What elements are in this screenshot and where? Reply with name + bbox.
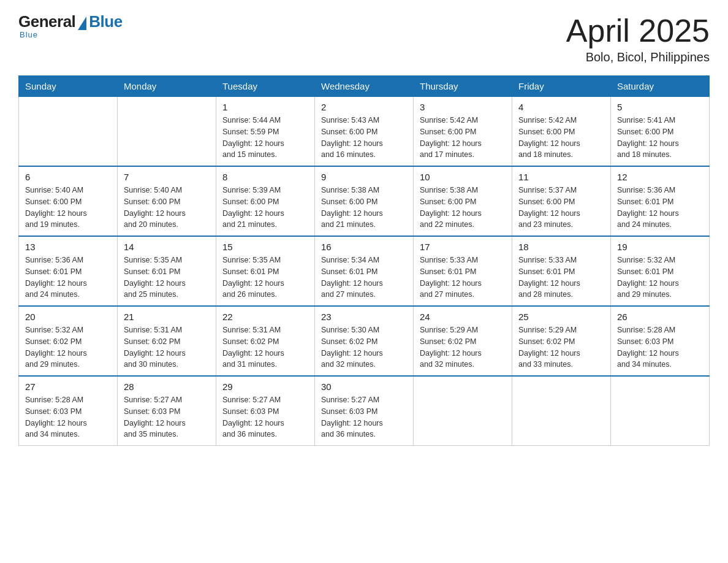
calendar-day-cell: 15Sunrise: 5:35 AM Sunset: 6:01 PM Dayli… [216,236,315,306]
calendar-day-cell: 24Sunrise: 5:29 AM Sunset: 6:02 PM Dayli… [414,306,512,376]
calendar-week-row: 13Sunrise: 5:36 AM Sunset: 6:01 PM Dayli… [19,236,710,306]
day-number: 16 [321,242,407,252]
calendar-week-row: 6Sunrise: 5:40 AM Sunset: 6:00 PM Daylig… [19,166,710,236]
day-number: 29 [222,381,308,392]
calendar-header-wednesday: Wednesday [315,76,414,97]
calendar-day-cell: 19Sunrise: 5:32 AM Sunset: 6:01 PM Dayli… [611,236,710,306]
calendar-day-cell [512,376,611,446]
day-number: 12 [617,172,703,182]
calendar-week-row: 27Sunrise: 5:28 AM Sunset: 6:03 PM Dayli… [19,376,710,446]
calendar-day-cell: 8Sunrise: 5:39 AM Sunset: 6:00 PM Daylig… [216,166,315,236]
logo-underline-text: Blue [20,30,38,39]
calendar-day-cell: 6Sunrise: 5:40 AM Sunset: 6:00 PM Daylig… [19,166,118,236]
calendar-header-friday: Friday [512,76,611,97]
calendar-day-cell: 20Sunrise: 5:32 AM Sunset: 6:02 PM Dayli… [19,306,118,376]
day-number: 19 [617,242,703,252]
calendar-week-row: 20Sunrise: 5:32 AM Sunset: 6:02 PM Dayli… [19,306,710,376]
calendar-subtitle: Bolo, Bicol, Philippines [566,50,710,64]
day-info: Sunrise: 5:33 AM Sunset: 6:01 PM Dayligh… [420,255,506,301]
calendar-day-cell: 17Sunrise: 5:33 AM Sunset: 6:01 PM Dayli… [414,236,512,306]
day-info: Sunrise: 5:36 AM Sunset: 6:01 PM Dayligh… [617,185,703,231]
day-info: Sunrise: 5:40 AM Sunset: 6:00 PM Dayligh… [124,185,210,231]
calendar-week-row: 1Sunrise: 5:44 AM Sunset: 5:59 PM Daylig… [19,97,710,167]
day-number: 26 [617,312,703,322]
calendar-day-cell [19,97,118,167]
day-info: Sunrise: 5:42 AM Sunset: 6:00 PM Dayligh… [518,115,604,161]
day-info: Sunrise: 5:31 AM Sunset: 6:02 PM Dayligh… [222,324,308,370]
day-number: 1 [222,102,308,112]
day-number: 25 [518,312,604,322]
day-number: 22 [222,312,308,322]
calendar-day-cell: 9Sunrise: 5:38 AM Sunset: 6:00 PM Daylig… [315,166,414,236]
calendar-day-cell [118,97,216,167]
day-info: Sunrise: 5:34 AM Sunset: 6:01 PM Dayligh… [321,255,407,301]
day-info: Sunrise: 5:27 AM Sunset: 6:03 PM Dayligh… [124,394,210,440]
calendar-day-cell: 7Sunrise: 5:40 AM Sunset: 6:00 PM Daylig… [118,166,216,236]
day-info: Sunrise: 5:29 AM Sunset: 6:02 PM Dayligh… [518,324,604,370]
day-info: Sunrise: 5:37 AM Sunset: 6:00 PM Dayligh… [518,185,604,231]
day-number: 30 [321,381,407,392]
logo-blue-text: Blue [89,12,122,31]
day-info: Sunrise: 5:32 AM Sunset: 6:02 PM Dayligh… [25,324,111,370]
calendar-day-cell: 30Sunrise: 5:27 AM Sunset: 6:03 PM Dayli… [315,376,414,446]
day-number: 17 [420,242,506,252]
calendar-day-cell: 13Sunrise: 5:36 AM Sunset: 6:01 PM Dayli… [19,236,118,306]
day-info: Sunrise: 5:38 AM Sunset: 6:00 PM Dayligh… [321,185,407,231]
calendar-day-cell: 23Sunrise: 5:30 AM Sunset: 6:02 PM Dayli… [315,306,414,376]
calendar-day-cell: 25Sunrise: 5:29 AM Sunset: 6:02 PM Dayli… [512,306,611,376]
day-info: Sunrise: 5:36 AM Sunset: 6:01 PM Dayligh… [25,255,111,301]
day-number: 6 [25,172,111,182]
title-block: April 2025 Bolo, Bicol, Philippines [566,12,710,64]
day-number: 15 [222,242,308,252]
calendar-day-cell: 2Sunrise: 5:43 AM Sunset: 6:00 PM Daylig… [315,97,414,167]
calendar-day-cell: 16Sunrise: 5:34 AM Sunset: 6:01 PM Dayli… [315,236,414,306]
calendar-day-cell: 5Sunrise: 5:41 AM Sunset: 6:00 PM Daylig… [611,97,710,167]
calendar-day-cell: 18Sunrise: 5:33 AM Sunset: 6:01 PM Dayli… [512,236,611,306]
day-number: 3 [420,102,506,112]
logo-general-text: General [18,12,75,31]
day-info: Sunrise: 5:32 AM Sunset: 6:01 PM Dayligh… [617,255,703,301]
calendar-header-tuesday: Tuesday [216,76,315,97]
calendar-table: SundayMondayTuesdayWednesdayThursdayFrid… [18,75,710,446]
day-info: Sunrise: 5:29 AM Sunset: 6:02 PM Dayligh… [420,324,506,370]
calendar-day-cell: 12Sunrise: 5:36 AM Sunset: 6:01 PM Dayli… [611,166,710,236]
day-number: 21 [124,312,210,322]
calendar-header-saturday: Saturday [611,76,710,97]
calendar-day-cell: 29Sunrise: 5:27 AM Sunset: 6:03 PM Dayli… [216,376,315,446]
day-number: 10 [420,172,506,182]
day-number: 20 [25,312,111,322]
day-number: 27 [25,381,111,392]
day-number: 14 [124,242,210,252]
day-info: Sunrise: 5:43 AM Sunset: 6:00 PM Dayligh… [321,115,407,161]
day-number: 4 [518,102,604,112]
calendar-day-cell: 22Sunrise: 5:31 AM Sunset: 6:02 PM Dayli… [216,306,315,376]
calendar-header-thursday: Thursday [414,76,512,97]
calendar-day-cell: 1Sunrise: 5:44 AM Sunset: 5:59 PM Daylig… [216,97,315,167]
day-info: Sunrise: 5:38 AM Sunset: 6:00 PM Dayligh… [420,185,506,231]
day-number: 8 [222,172,308,182]
calendar-day-cell: 26Sunrise: 5:28 AM Sunset: 6:03 PM Dayli… [611,306,710,376]
calendar-title: April 2025 [566,12,710,49]
logo: General Blue Blue [18,12,123,39]
calendar-day-cell: 11Sunrise: 5:37 AM Sunset: 6:00 PM Dayli… [512,166,611,236]
day-info: Sunrise: 5:44 AM Sunset: 5:59 PM Dayligh… [222,115,308,161]
day-number: 2 [321,102,407,112]
calendar-day-cell [611,376,710,446]
day-info: Sunrise: 5:35 AM Sunset: 6:01 PM Dayligh… [124,255,210,301]
day-info: Sunrise: 5:40 AM Sunset: 6:00 PM Dayligh… [25,185,111,231]
day-number: 9 [321,172,407,182]
day-info: Sunrise: 5:42 AM Sunset: 6:00 PM Dayligh… [420,115,506,161]
day-number: 28 [124,381,210,392]
logo-triangle-icon [78,17,86,30]
calendar-header-sunday: Sunday [19,76,118,97]
calendar-day-cell: 10Sunrise: 5:38 AM Sunset: 6:00 PM Dayli… [414,166,512,236]
day-info: Sunrise: 5:27 AM Sunset: 6:03 PM Dayligh… [321,394,407,440]
day-number: 11 [518,172,604,182]
calendar-day-cell [414,376,512,446]
day-info: Sunrise: 5:31 AM Sunset: 6:02 PM Dayligh… [124,324,210,370]
calendar-day-cell: 3Sunrise: 5:42 AM Sunset: 6:00 PM Daylig… [414,97,512,167]
day-info: Sunrise: 5:27 AM Sunset: 6:03 PM Dayligh… [222,394,308,440]
day-number: 18 [518,242,604,252]
day-info: Sunrise: 5:33 AM Sunset: 6:01 PM Dayligh… [518,255,604,301]
day-info: Sunrise: 5:28 AM Sunset: 6:03 PM Dayligh… [25,394,111,440]
